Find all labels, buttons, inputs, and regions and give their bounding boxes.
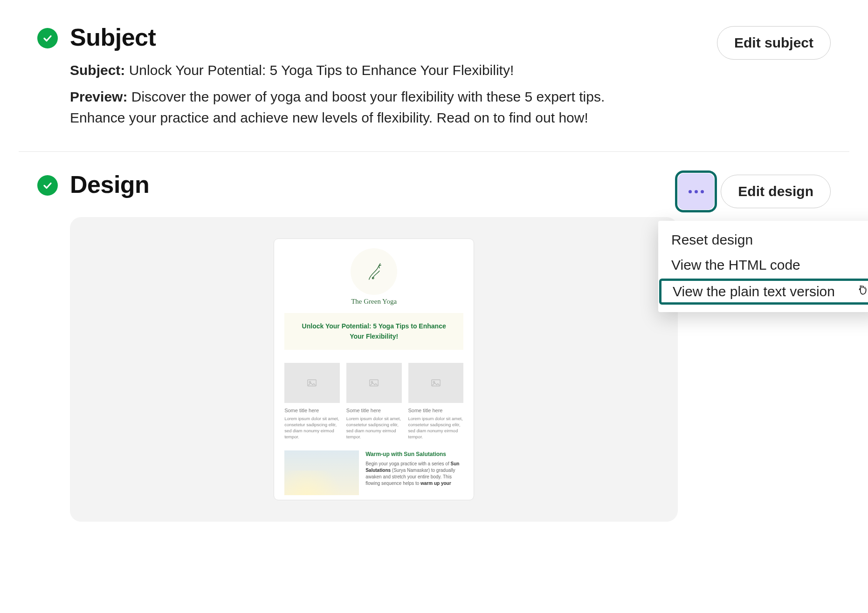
svg-point-0: [372, 277, 374, 279]
image-placeholder-icon: [284, 363, 340, 403]
subject-label: Subject:: [70, 62, 125, 78]
email-preview-card: The Green Yoga Unlock Your Potential: 5 …: [274, 238, 474, 500]
svg-point-4: [371, 381, 372, 383]
svg-point-6: [433, 381, 434, 383]
brand-name: The Green Yoga: [284, 298, 463, 306]
thumb-text: Lorem ipsum dolor sit amet, consetetur s…: [346, 416, 402, 440]
article-title: Warm-up with Sun Salutations: [365, 450, 463, 458]
thumb-col: Some title here Lorem ipsum dolor sit am…: [346, 363, 402, 440]
menu-reset-design[interactable]: Reset design: [658, 227, 868, 252]
menu-view-plain-text[interactable]: View the plain text version: [659, 279, 868, 305]
article-lead: Begin your yoga practice with a series o…: [365, 461, 450, 466]
design-more-menu: Reset design View the HTML code View the…: [658, 221, 868, 312]
thumb-title: Some title here: [408, 408, 464, 413]
brand-logo-icon: [351, 248, 397, 295]
thumb-col: Some title here Lorem ipsum dolor sit am…: [284, 363, 340, 440]
design-more-button[interactable]: [678, 173, 714, 210]
article-bold2: warm up your: [420, 481, 451, 486]
article-body: Warm-up with Sun Salutations Begin your …: [365, 450, 463, 495]
subject-title: Subject: [70, 23, 717, 51]
design-title: Design: [70, 170, 678, 198]
subject-value: Unlock Your Potential: 5 Yoga Tips to En…: [129, 62, 514, 78]
article-image: [284, 450, 359, 495]
thumb-title: Some title here: [284, 408, 340, 413]
more-icon: [689, 190, 704, 193]
menu-view-plain-text-label: View the plain text version: [673, 284, 835, 299]
article-row: Warm-up with Sun Salutations Begin your …: [284, 450, 463, 495]
design-preview: The Green Yoga Unlock Your Potential: 5 …: [70, 217, 678, 522]
edit-subject-button[interactable]: Edit subject: [717, 26, 831, 60]
preview-value: Discover the power of yoga and boost you…: [70, 89, 605, 125]
svg-point-2: [310, 381, 311, 383]
email-headline: Unlock Your Potential: 5 Yoga Tips to En…: [284, 313, 463, 350]
preview-label: Preview:: [70, 89, 127, 104]
thumb-text: Lorem ipsum dolor sit amet, consetetur s…: [284, 416, 340, 440]
preview-line: Preview: Discover the power of yoga and …: [70, 86, 639, 128]
thumb-col: Some title here Lorem ipsum dolor sit am…: [408, 363, 464, 440]
thumb-text: Lorem ipsum dolor sit amet, consetetur s…: [408, 416, 464, 440]
subject-line: Subject: Unlock Your Potential: 5 Yoga T…: [70, 60, 639, 81]
check-icon: [37, 28, 58, 48]
menu-view-html[interactable]: View the HTML code: [658, 252, 868, 278]
thumb-title: Some title here: [346, 408, 402, 413]
cursor-icon: [856, 284, 868, 300]
check-icon: [37, 175, 58, 196]
design-section: Design The Green Yoga: [19, 151, 849, 545]
image-placeholder-icon: [346, 363, 402, 403]
subject-section: Subject Subject: Unlock Your Potential: …: [19, 19, 849, 151]
image-placeholder-icon: [408, 363, 464, 403]
edit-design-button[interactable]: Edit design: [721, 175, 831, 208]
thumb-row: Some title here Lorem ipsum dolor sit am…: [284, 363, 463, 440]
